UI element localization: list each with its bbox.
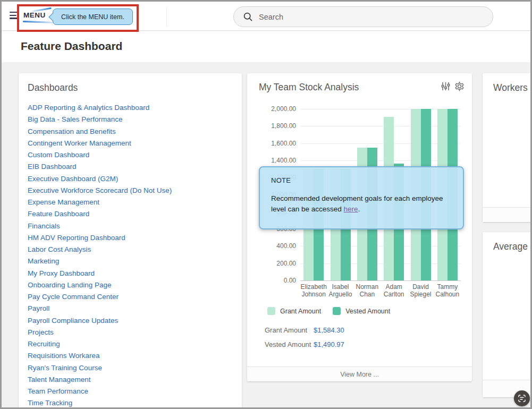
dashboards-list: ADP Reporting & Analytics DashboardBig D… (28, 102, 242, 409)
average-panel-title: Average De (493, 241, 532, 252)
chart-gridline (300, 126, 461, 126)
legend-vested-amount: Vested Amount (333, 307, 390, 315)
scan-text-icon (518, 394, 526, 403)
hamburger-menu-icon[interactable] (10, 12, 19, 19)
dashboard-link[interactable]: Custom Dashboard (28, 149, 242, 161)
note-here-link[interactable]: here (344, 205, 358, 213)
search-input[interactable] (259, 13, 461, 21)
dashboard-link[interactable]: Financials (28, 220, 242, 232)
dashboard-link[interactable]: Contingent Worker Management (28, 138, 242, 149)
dashboard-link[interactable]: EIB Dashboard (28, 161, 242, 173)
y-axis-tick-label: 0.00 (247, 277, 296, 284)
dashboards-panel: Dashboards ADP Reporting & Analytics Das… (19, 73, 242, 409)
search-bar[interactable] (233, 6, 493, 27)
dashboard-link[interactable]: Team Performance (28, 386, 242, 397)
dashboard-link[interactable]: Requisitions Workarea (28, 350, 242, 362)
topbar-divider (166, 6, 167, 27)
dashboard-link[interactable]: Marketing (28, 255, 242, 267)
dashboard-link[interactable]: Payroll (28, 303, 242, 314)
dashboard-link[interactable]: Recruiting (28, 338, 242, 350)
y-axis-tick-label: 2,000.00 (247, 105, 296, 113)
dashboard-link[interactable]: My Proxy Dashboard (28, 268, 242, 279)
annotation-underline (23, 21, 55, 23)
vested-amount-value-link[interactable]: $1,490.97 (314, 340, 344, 348)
app-window: MENU Click the MENU item. Feature Dashbo… (0, 0, 532, 409)
dashboards-panel-title: Dashboards (28, 82, 242, 93)
y-axis-tick-label: 1,800.00 (247, 122, 296, 130)
search-icon (243, 12, 252, 21)
average-panel: Average De (483, 232, 532, 397)
y-axis-tick-label: 400.00 (247, 242, 296, 250)
dashboard-link[interactable]: Payroll Compliance Updates (28, 315, 242, 327)
title-band: Feature Dashboard (2, 31, 530, 62)
workers-panel-footer[interactable] (483, 207, 532, 222)
stock-panel-title: My Team Stock Analysis (259, 82, 359, 93)
dashboard-link[interactable]: Compensation and Benefits (28, 126, 242, 138)
menu-tooltip: Click the MENU item. (53, 8, 133, 25)
dashboard-link[interactable]: Labor Cost Analysis (28, 244, 242, 255)
workers-panel-title: Workers to (493, 82, 532, 93)
menu-button[interactable]: MENU (23, 11, 46, 19)
chart-gridline (300, 143, 461, 144)
y-axis-tick-label: 200.00 (247, 260, 296, 267)
y-axis-tick-label: 1,400.00 (247, 157, 296, 164)
legend-grant-amount: Grant Amount (267, 307, 321, 315)
chart-gridline (300, 109, 461, 109)
dashboard-link[interactable]: Executive Workforce Scorecard (Do Not Us… (28, 185, 242, 197)
chart-legend: Grant Amount Vested Amount (267, 307, 390, 315)
dashboard-link[interactable]: Expense Management (28, 197, 242, 208)
assistant-fab-button[interactable] (514, 390, 530, 406)
grant-amount-value-link[interactable]: $1,584.30 (314, 326, 344, 334)
vested-amount-swatch (333, 307, 341, 315)
chart-gridline (300, 280, 461, 281)
dashboard-link[interactable]: Talent Management (28, 374, 242, 386)
chart-gridline (300, 263, 461, 264)
top-bar: MENU Click the MENU item. (2, 2, 530, 31)
workers-panel: Workers to (483, 73, 532, 222)
dashboard-link[interactable]: Projects (28, 327, 242, 338)
note-heading: NOTE (271, 176, 452, 184)
x-axis-category-label: TammyCalhoun (429, 284, 466, 298)
dashboard-link[interactable]: Ryan's Training Course (28, 362, 242, 374)
dashboard-link[interactable]: Big Data - Sales Performance (28, 114, 242, 125)
dashboard-link[interactable]: Pay Cycle Command Center (28, 291, 242, 303)
note-overlay: NOTE Recommended development goals for e… (259, 166, 464, 229)
dashboard-link[interactable]: ADP Reporting & Analytics Dashboard (28, 102, 242, 114)
chart-gridline (300, 246, 461, 246)
dashboard-link[interactable]: Time Tracking (28, 397, 242, 409)
page-title: Feature Dashboard (21, 40, 122, 53)
grant-amount-summary: Grant Amount $1,584.30 (265, 326, 344, 334)
chart-gridline (300, 160, 461, 161)
dashboard-link[interactable]: Executive Dashboard (G2M) (28, 173, 242, 185)
vested-amount-summary: Vested Amount $1,490.97 (265, 340, 344, 348)
filter-settings-icon[interactable] (441, 81, 451, 91)
stock-analysis-panel: My Team Stock Analysis 0.00200.00400.006… (247, 73, 472, 381)
dashboard-link[interactable]: HM ADV Reporting Dashboard (28, 232, 242, 244)
view-more-button[interactable]: View More ... (247, 367, 472, 381)
dashboard-link[interactable]: Feature Dashboard (28, 208, 242, 220)
note-body: Recommended development goals for each e… (271, 193, 452, 215)
grant-amount-swatch (267, 307, 275, 315)
y-axis-tick-label: 1,600.00 (247, 140, 296, 147)
gear-icon[interactable] (454, 81, 465, 91)
dashboard-link[interactable]: Onboarding Landing Page (28, 279, 242, 291)
